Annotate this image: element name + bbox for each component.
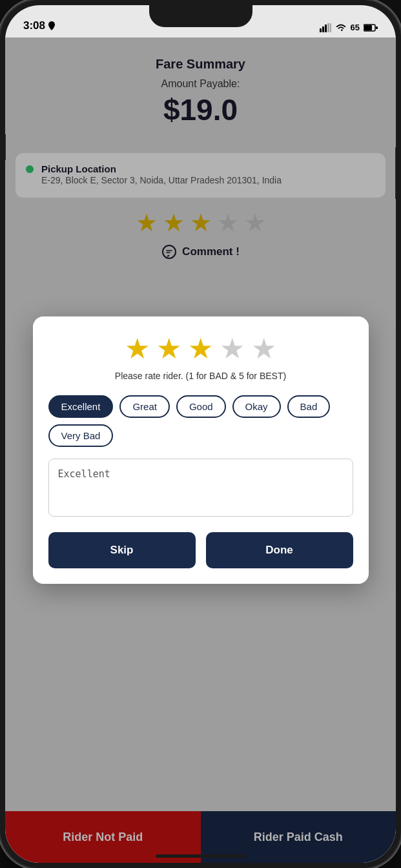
- tag-good[interactable]: Good: [176, 395, 226, 418]
- battery-icon: [364, 24, 378, 32]
- svg-rect-3: [327, 23, 329, 32]
- svg-rect-7: [376, 26, 378, 29]
- status-time: 3:08: [23, 19, 56, 32]
- modal-star-4[interactable]: ★: [220, 335, 245, 363]
- location-icon: [48, 21, 56, 30]
- main-content: Fare Summary Amount Payable: $19.0 Picku…: [5, 37, 396, 863]
- skip-button[interactable]: Skip: [48, 532, 196, 568]
- wifi-icon: [335, 23, 347, 32]
- home-indicator[interactable]: [156, 854, 246, 858]
- tag-row: Excellent Great Good Okay Bad Very Bad: [48, 395, 353, 447]
- status-icons: 65: [320, 23, 378, 32]
- tag-great[interactable]: Great: [119, 395, 170, 418]
- svg-rect-1: [322, 26, 324, 32]
- notch: [149, 5, 252, 27]
- tag-bad[interactable]: Bad: [287, 395, 331, 418]
- time-label: 3:08: [23, 19, 45, 32]
- phone-frame: 3:08 65: [0, 0, 401, 868]
- modal-star-1[interactable]: ★: [125, 335, 150, 363]
- rating-hint: Please rate rider. (1 for BAD & 5 for BE…: [48, 371, 353, 381]
- svg-rect-2: [325, 25, 327, 32]
- modal-overlay: ★ ★ ★ ★ ★ Please rate rider. (1 for BAD …: [5, 37, 396, 863]
- tag-very-bad[interactable]: Very Bad: [48, 424, 114, 447]
- svg-rect-6: [364, 25, 372, 30]
- modal-buttons: Skip Done: [48, 532, 353, 568]
- modal-star-3[interactable]: ★: [188, 335, 213, 363]
- comment-input[interactable]: Excellent: [48, 459, 353, 517]
- modal-star-2[interactable]: ★: [156, 335, 181, 363]
- phone-screen: 3:08 65: [5, 5, 396, 863]
- modal-star-5[interactable]: ★: [251, 335, 276, 363]
- tag-okay[interactable]: Okay: [232, 395, 281, 418]
- modal-stars: ★ ★ ★ ★ ★: [48, 335, 353, 363]
- svg-rect-0: [320, 28, 322, 32]
- signal-icon: [320, 23, 331, 32]
- svg-rect-4: [330, 23, 331, 32]
- battery-label: 65: [351, 23, 360, 32]
- rating-modal: ★ ★ ★ ★ ★ Please rate rider. (1 for BAD …: [33, 316, 369, 584]
- tag-excellent[interactable]: Excellent: [48, 395, 114, 418]
- done-button[interactable]: Done: [206, 532, 353, 568]
